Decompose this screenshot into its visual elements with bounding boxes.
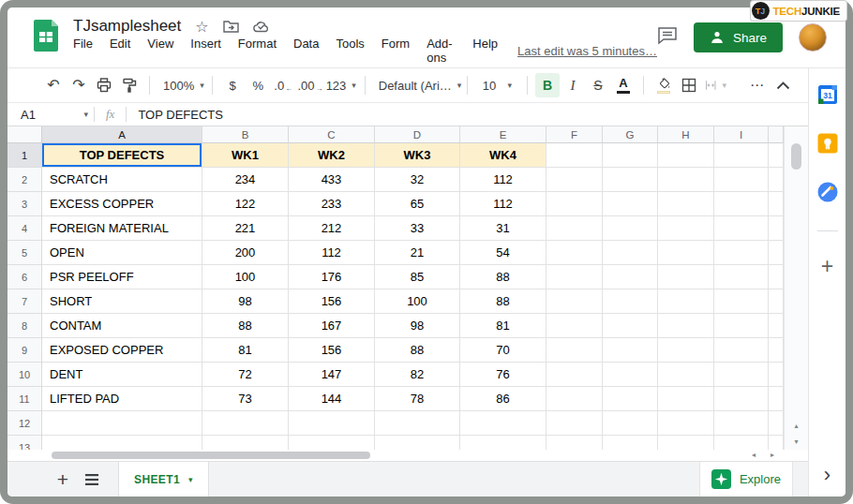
cell-B7[interactable]: 98 xyxy=(202,289,289,314)
cell-A4[interactable]: FOREIGN MATERIAL xyxy=(42,216,202,241)
cell-G8[interactable] xyxy=(603,314,658,338)
row-header-11[interactable]: 11 xyxy=(7,387,42,411)
document-title[interactable]: TJsamplesheet xyxy=(73,17,181,36)
cell-A5[interactable]: OPEN xyxy=(42,241,202,265)
cell-G7[interactable] xyxy=(603,289,658,314)
cell-E2[interactable]: 112 xyxy=(460,168,546,192)
cell-E4[interactable]: 31 xyxy=(460,216,546,241)
cell-H2[interactable] xyxy=(658,168,714,192)
cell-H10[interactable] xyxy=(658,363,714,387)
menu-edit[interactable]: Edit xyxy=(101,37,139,65)
cell-H5[interactable] xyxy=(658,241,714,265)
keep-icon[interactable] xyxy=(816,132,839,155)
menu-addons[interactable]: Add-ons xyxy=(418,37,464,65)
column-header-B[interactable]: B xyxy=(202,126,289,143)
cell-B13[interactable] xyxy=(202,436,289,450)
bold-button[interactable]: B xyxy=(535,73,560,97)
paint-format-button[interactable] xyxy=(117,73,142,97)
cell-B5[interactable]: 200 xyxy=(202,241,289,265)
cell-E7[interactable]: 88 xyxy=(460,289,546,314)
cell-F4[interactable] xyxy=(546,216,603,241)
cell-F6[interactable] xyxy=(546,265,603,289)
cell-G1[interactable] xyxy=(603,143,658,168)
cell-C11[interactable]: 144 xyxy=(289,387,375,411)
cell-D2[interactable]: 32 xyxy=(375,168,460,192)
cell-I2[interactable] xyxy=(714,168,769,192)
cell-overflow-11[interactable] xyxy=(769,387,784,411)
cell-B8[interactable]: 88 xyxy=(202,314,289,338)
tasks-icon[interactable] xyxy=(816,181,839,203)
cell-overflow-12[interactable] xyxy=(769,411,784,436)
menu-data[interactable]: Data xyxy=(285,37,327,65)
print-button[interactable] xyxy=(92,73,116,97)
column-header-D[interactable]: D xyxy=(375,126,460,143)
cell-G11[interactable] xyxy=(603,387,658,411)
row-header-1[interactable]: 1 xyxy=(7,143,42,168)
cell-overflow-2[interactable] xyxy=(769,168,784,192)
star-icon[interactable]: ☆ xyxy=(195,18,208,36)
cell-H1[interactable] xyxy=(658,143,714,168)
cell-E13[interactable] xyxy=(460,436,546,450)
column-header-H[interactable]: H xyxy=(658,126,714,143)
strikethrough-button[interactable]: S xyxy=(586,73,610,97)
decrease-decimals-button[interactable]: .0 ← xyxy=(271,73,295,97)
cell-B9[interactable]: 81 xyxy=(202,338,289,363)
cell-G5[interactable] xyxy=(603,241,658,265)
cell-B11[interactable]: 73 xyxy=(202,387,289,411)
cell-overflow-9[interactable] xyxy=(769,338,784,363)
cell-C7[interactable]: 156 xyxy=(289,289,375,314)
cell-E3[interactable]: 112 xyxy=(460,192,546,216)
vertical-scrollbar[interactable]: ▴ ▾ xyxy=(784,126,808,450)
cell-B2[interactable]: 234 xyxy=(202,168,289,192)
cell-C5[interactable]: 112 xyxy=(289,241,375,265)
cell-E8[interactable]: 81 xyxy=(460,314,546,338)
italic-button[interactable]: I xyxy=(561,73,585,97)
column-header-A[interactable]: A xyxy=(42,126,202,143)
cloud-saved-icon[interactable] xyxy=(253,21,270,33)
cell-E9[interactable]: 70 xyxy=(460,338,546,363)
currency-format-button[interactable]: $ xyxy=(220,73,245,97)
cell-F5[interactable] xyxy=(546,241,603,265)
add-addon-button[interactable]: + xyxy=(821,256,833,277)
column-header-G[interactable]: G xyxy=(603,126,658,143)
cell-D11[interactable]: 78 xyxy=(375,387,460,411)
cell-overflow-1[interactable] xyxy=(769,143,784,168)
cell-D8[interactable]: 98 xyxy=(375,314,460,338)
column-header-F[interactable]: F xyxy=(546,126,603,143)
horizontal-scrollbar[interactable]: ◂ ▸ xyxy=(7,450,808,461)
row-header-5[interactable]: 5 xyxy=(7,241,42,265)
cell-D6[interactable]: 85 xyxy=(375,265,460,289)
calendar-icon[interactable]: 31 xyxy=(816,83,839,106)
cell-F7[interactable] xyxy=(546,289,603,314)
cell-C10[interactable]: 147 xyxy=(289,363,375,387)
cell-H11[interactable] xyxy=(658,387,714,411)
cell-I12[interactable] xyxy=(714,411,769,436)
cell-H8[interactable] xyxy=(658,314,714,338)
cell-H13[interactable] xyxy=(658,436,714,450)
account-avatar[interactable] xyxy=(799,23,827,52)
scroll-down-icon[interactable]: ▾ xyxy=(794,438,798,446)
cell-overflow-8[interactable] xyxy=(769,314,784,338)
cell-G6[interactable] xyxy=(603,265,658,289)
borders-button[interactable] xyxy=(677,73,701,97)
all-sheets-button[interactable] xyxy=(84,474,99,485)
explore-button[interactable]: Explore xyxy=(699,462,793,497)
cell-G12[interactable] xyxy=(603,411,658,436)
cell-C9[interactable]: 156 xyxy=(289,338,375,363)
menu-form[interactable]: Form xyxy=(373,37,418,65)
cell-I8[interactable] xyxy=(714,314,769,338)
last-edit-link[interactable]: Last edit was 5 minutes… xyxy=(517,44,657,58)
cell-D3[interactable]: 65 xyxy=(375,192,460,216)
cell-D13[interactable] xyxy=(375,436,460,450)
cell-I6[interactable] xyxy=(714,265,769,289)
cell-D1[interactable]: WK3 xyxy=(375,143,460,168)
cell-A13[interactable] xyxy=(42,436,202,450)
cell-B12[interactable] xyxy=(202,411,289,436)
cell-E11[interactable]: 86 xyxy=(460,387,546,411)
cell-I4[interactable] xyxy=(714,216,769,241)
cell-A9[interactable]: EXPOSED COPPER xyxy=(42,338,202,363)
cell-E10[interactable]: 76 xyxy=(460,363,546,387)
row-header-4[interactable]: 4 xyxy=(7,216,42,241)
cell-overflow-7[interactable] xyxy=(769,289,784,314)
row-header-2[interactable]: 2 xyxy=(7,168,42,192)
